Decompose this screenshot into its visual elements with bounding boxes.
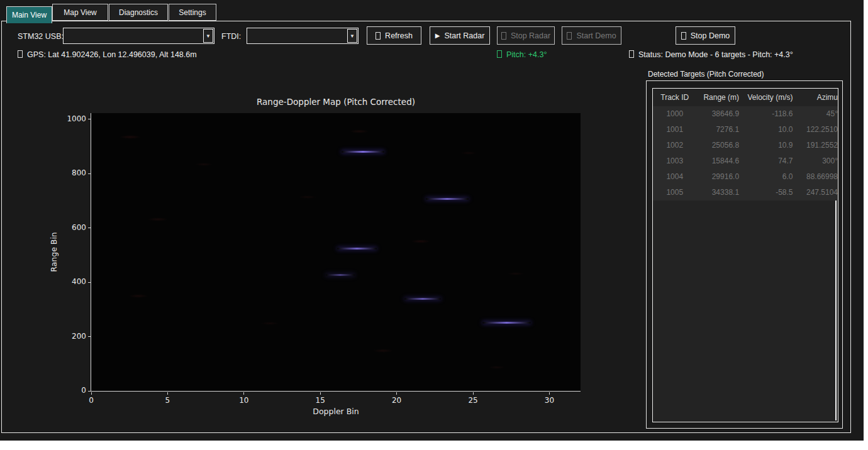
tab-diagnostics[interactable]: Diagnostics (109, 4, 168, 21)
tab-page-frame (1, 21, 851, 433)
tab-main-view[interactable]: Main View (6, 6, 52, 23)
tab-settings[interactable]: Settings (169, 4, 216, 21)
app-window: Main ViewMap ViewDiagnosticsSettings STM… (0, 0, 864, 441)
tab-map-view[interactable]: Map View (52, 4, 108, 21)
